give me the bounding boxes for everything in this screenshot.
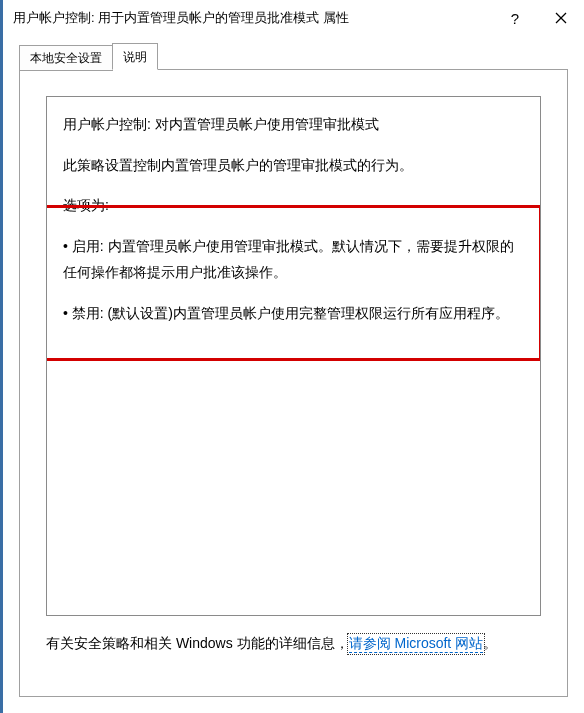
help-button[interactable]: ? bbox=[492, 2, 538, 34]
tab-local-security[interactable]: 本地安全设置 bbox=[19, 45, 113, 71]
desc-option-disable: • 禁用: (默认设置)内置管理员帐户使用完整管理权限运行所有应用程序。 bbox=[63, 300, 524, 327]
footer-prefix: 有关安全策略和相关 Windows 功能的详细信息， bbox=[46, 635, 349, 651]
description-textbox[interactable]: 用户帐户控制: 对内置管理员帐户使用管理审批模式 此策略设置控制内置管理员帐户的… bbox=[46, 96, 541, 616]
microsoft-link[interactable]: 请参阅 Microsoft 网站 bbox=[349, 635, 484, 653]
tab-label: 本地安全设置 bbox=[30, 51, 102, 65]
tab-label: 说明 bbox=[123, 50, 147, 64]
titlebar: 用户帐户控制: 用于内置管理员帐户的管理员批准模式 属性 ? bbox=[3, 0, 584, 36]
desc-heading: 用户帐户控制: 对内置管理员帐户使用管理审批模式 bbox=[63, 111, 524, 138]
tab-strip: 本地安全设置 说明 bbox=[19, 46, 568, 70]
desc-options-label: 选项为: bbox=[63, 192, 524, 219]
close-icon bbox=[555, 12, 567, 24]
footer-suffix: 。 bbox=[483, 635, 497, 651]
window-title: 用户帐户控制: 用于内置管理员帐户的管理员批准模式 属性 bbox=[13, 9, 492, 27]
desc-intro: 此策略设置控制内置管理员帐户的管理审批模式的行为。 bbox=[63, 152, 524, 179]
tab-panel-explain: 用户帐户控制: 对内置管理员帐户使用管理审批模式 此策略设置控制内置管理员帐户的… bbox=[19, 69, 568, 697]
footer-text: 有关安全策略和相关 Windows 功能的详细信息，请参阅 Microsoft … bbox=[46, 632, 541, 656]
properties-dialog: 用户帐户控制: 用于内置管理员帐户的管理员批准模式 属性 ? 本地安全设置 说明… bbox=[3, 0, 584, 713]
tab-explain[interactable]: 说明 bbox=[112, 43, 158, 70]
desc-option-enable: • 启用: 内置管理员帐户使用管理审批模式。默认情况下，需要提升权限的任何操作都… bbox=[63, 233, 524, 286]
client-area: 本地安全设置 说明 用户帐户控制: 对内置管理员帐户使用管理审批模式 此策略设置… bbox=[3, 36, 584, 713]
close-button[interactable] bbox=[538, 2, 584, 34]
